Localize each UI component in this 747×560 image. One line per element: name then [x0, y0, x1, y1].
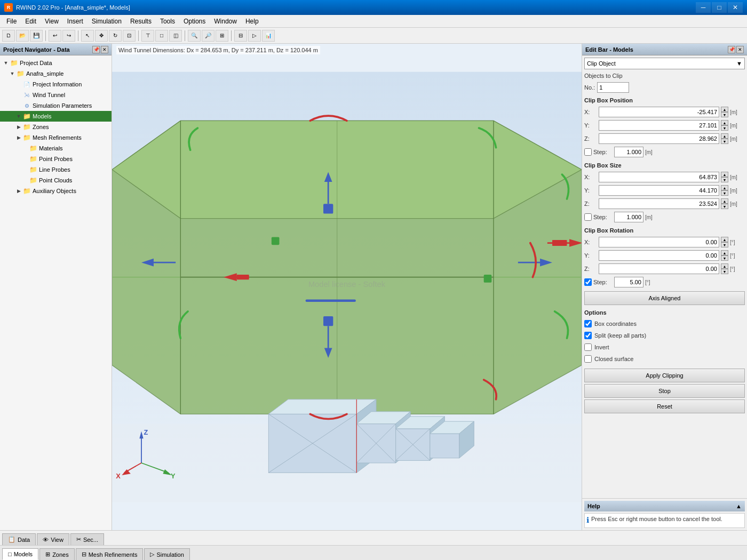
size-x-down[interactable]: ▼	[721, 177, 728, 182]
title-bar-controls[interactable]: ─ □ ✕	[696, 2, 743, 13]
tree-simulation-params[interactable]: ⚙ Simulation Parameters	[0, 100, 112, 111]
edit-bar-controls[interactable]: 📌 ✕	[728, 46, 744, 53]
minimize-button[interactable]: ─	[696, 2, 711, 13]
rot-z-spinner[interactable]: ▲ ▼	[721, 263, 728, 274]
size-y-spinner[interactable]: ▲ ▼	[721, 185, 728, 196]
size-step-input[interactable]	[614, 212, 643, 222]
pos-y-spinner[interactable]: ▲ ▼	[721, 120, 728, 131]
close-button[interactable]: ✕	[728, 2, 743, 13]
editbar-close-button[interactable]: ✕	[736, 46, 744, 53]
rot-z-input[interactable]	[599, 263, 719, 274]
menu-simulation[interactable]: Simulation	[88, 17, 126, 26]
tree-anafra[interactable]: ▼ 📁 Anafra_simple	[0, 68, 112, 79]
tree-mesh-refinements[interactable]: ▶ 📁 Mesh Refinements	[0, 132, 112, 143]
rot-x-down[interactable]: ▼	[721, 242, 728, 247]
pos-x-input[interactable]	[599, 107, 719, 117]
results-button[interactable]: 📊	[262, 30, 275, 42]
run-button[interactable]: ▷	[248, 30, 261, 42]
undo-button[interactable]: ↩	[49, 30, 61, 42]
menu-file[interactable]: File	[2, 17, 21, 26]
menu-options[interactable]: Options	[179, 17, 210, 26]
pos-x-spinner[interactable]: ▲ ▼	[721, 107, 728, 117]
tree-zones[interactable]: ▶ 📁 Zones	[0, 122, 112, 132]
size-y-up[interactable]: ▲	[721, 185, 728, 190]
rot-y-input[interactable]	[599, 250, 719, 261]
invert-check[interactable]	[584, 343, 592, 351]
view-top[interactable]: ⊤	[141, 30, 154, 42]
size-x-input[interactable]	[599, 172, 719, 182]
pos-step-input[interactable]	[614, 147, 643, 157]
tree-point-probes[interactable]: 📁 Point Probes	[0, 154, 112, 164]
zoom-fit[interactable]: ⊞	[216, 30, 228, 42]
move-button[interactable]: ✥	[95, 30, 108, 42]
size-y-input[interactable]	[599, 185, 719, 196]
save-button[interactable]: 💾	[30, 30, 43, 42]
size-z-spinner[interactable]: ▲ ▼	[721, 198, 728, 209]
zoom-in[interactable]: 🔍	[188, 30, 201, 42]
nav-close-button[interactable]: ✕	[101, 46, 108, 53]
view-3d[interactable]: ◫	[169, 30, 182, 42]
pos-x-up[interactable]: ▲	[721, 107, 728, 112]
objects-no-input[interactable]	[597, 82, 629, 93]
pos-y-down[interactable]: ▼	[721, 125, 728, 131]
menu-edit[interactable]: Edit	[21, 17, 41, 26]
tree-project-data[interactable]: ▼ 📁 Project Data	[0, 58, 112, 68]
rot-step-check[interactable]	[584, 278, 592, 286]
pos-z-spinner[interactable]: ▲ ▼	[721, 133, 728, 144]
rot-x-spinner[interactable]: ▲ ▼	[721, 237, 728, 247]
tree-wind-tunnel[interactable]: 🌬 Wind Tunnel	[0, 90, 112, 100]
pos-z-input[interactable]	[599, 133, 719, 144]
tab-view[interactable]: 👁 View	[37, 533, 69, 545]
tree-models[interactable]: ▼ 📁 Models	[0, 111, 112, 122]
menu-window[interactable]: Window	[210, 17, 241, 26]
size-step-check[interactable]	[584, 213, 592, 221]
tab-mesh-refinements[interactable]: ⊟ Mesh Refinements	[76, 548, 144, 560]
pos-step-check[interactable]	[584, 148, 592, 156]
menu-view[interactable]: View	[41, 17, 63, 26]
tree-project-info[interactable]: 📄 Project Information	[0, 79, 112, 90]
tab-sec[interactable]: ✂ Sec...	[70, 533, 104, 545]
pos-y-input[interactable]	[599, 120, 719, 131]
pos-z-down[interactable]: ▼	[721, 139, 728, 144]
mesh-button[interactable]: ⊟	[234, 30, 247, 42]
rot-x-input[interactable]	[599, 237, 719, 247]
new-button[interactable]: 🗋	[2, 30, 15, 42]
redo-button[interactable]: ↪	[62, 30, 75, 42]
stop-button[interactable]: Stop	[584, 384, 745, 398]
editbar-pin-button[interactable]: 📌	[728, 46, 735, 53]
tab-models[interactable]: □ Models	[2, 548, 38, 560]
rot-y-down[interactable]: ▼	[721, 255, 728, 261]
viewport-3d[interactable]: Wind Tunnel Dimensions: Dx = 284.653 m, …	[112, 44, 582, 530]
menu-insert[interactable]: Insert	[63, 17, 88, 26]
menu-results[interactable]: Results	[126, 17, 156, 26]
size-y-down[interactable]: ▼	[721, 190, 728, 196]
pos-z-up[interactable]: ▲	[721, 133, 728, 139]
closed-surface-check[interactable]	[584, 355, 592, 363]
select-button[interactable]: ↖	[81, 30, 94, 42]
reset-button[interactable]: Reset	[584, 399, 745, 413]
size-x-up[interactable]: ▲	[721, 172, 728, 177]
size-z-input[interactable]	[599, 198, 719, 209]
zoom-out[interactable]: 🔎	[202, 30, 214, 42]
pos-y-up[interactable]: ▲	[721, 120, 728, 125]
open-button[interactable]: 📂	[16, 30, 29, 42]
tab-simulation[interactable]: ▷ Simulation	[144, 548, 189, 560]
tree-point-clouds[interactable]: 📁 Point Clouds	[0, 175, 112, 186]
rot-x-up[interactable]: ▲	[721, 237, 728, 242]
maximize-button[interactable]: □	[712, 2, 727, 13]
scale-button[interactable]: ⊡	[123, 30, 136, 42]
menu-tools[interactable]: Tools	[156, 17, 179, 26]
size-z-up[interactable]: ▲	[721, 198, 728, 204]
rotate-button[interactable]: ↻	[109, 30, 122, 42]
axis-aligned-button[interactable]: Axis Aligned	[584, 291, 745, 305]
split-check[interactable]	[584, 332, 592, 339]
apply-clipping-button[interactable]: Apply Clipping	[584, 369, 745, 382]
tab-zones[interactable]: ⊞ Zones	[39, 548, 75, 560]
box-coordinates-check[interactable]	[584, 320, 592, 327]
clip-object-dropdown[interactable]: Clip Object ▼	[584, 58, 745, 69]
pos-x-down[interactable]: ▼	[721, 112, 728, 117]
rot-y-up[interactable]: ▲	[721, 250, 728, 255]
tree-auxiliary[interactable]: ▶ 📁 Auxiliary Objects	[0, 186, 112, 196]
tree-materials[interactable]: 📁 Materials	[0, 143, 112, 154]
rot-step-input[interactable]	[614, 277, 643, 287]
